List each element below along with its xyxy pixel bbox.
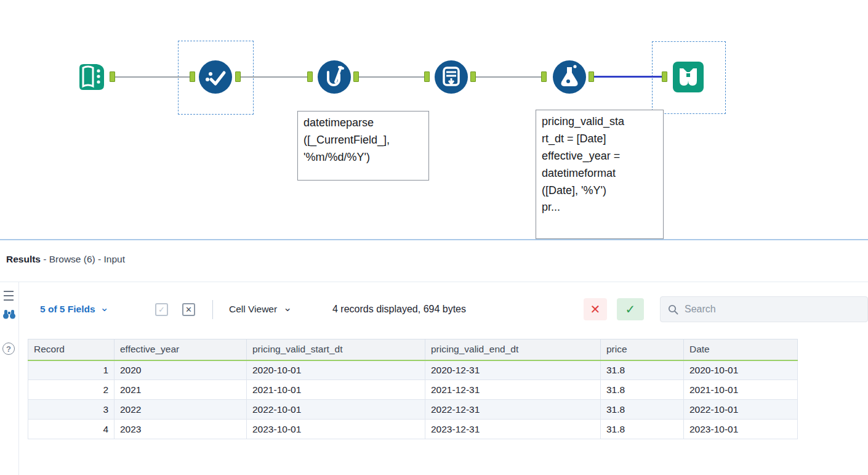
apply-button[interactable]: ✓ <box>617 298 644 320</box>
tool-browse[interactable] <box>670 59 706 95</box>
divider <box>18 282 19 475</box>
cell-date[interactable]: 2023-10-01 <box>684 420 798 439</box>
output-anchor[interactable] <box>110 71 115 82</box>
browse-tab-icon[interactable] <box>2 308 17 320</box>
table-row: 3 2022 2022-10-01 2022-12-31 31.8 2022-1… <box>28 400 798 420</box>
column-header-price[interactable]: price <box>601 339 684 360</box>
results-title-primary: Results <box>6 254 41 264</box>
tool-input-data[interactable] <box>73 59 109 95</box>
cell-record[interactable]: 1 <box>28 360 115 380</box>
cell-pricing-valid-start-dt[interactable]: 2022-10-01 <box>247 400 425 420</box>
cell-effective-year[interactable]: 2022 <box>115 400 247 420</box>
connection-wire[interactable] <box>241 76 307 78</box>
tool-multi-field-formula[interactable] <box>198 59 233 95</box>
output-anchor[interactable] <box>470 71 476 82</box>
results-panel: Results - Browse (6) - Input ? 5 of 5 Fi… <box>0 239 868 475</box>
output-anchor[interactable] <box>235 71 241 82</box>
cell-pricing-valid-start-dt[interactable]: 2023-10-01 <box>247 420 425 439</box>
workflow-canvas[interactable]: datetimeparse ([_CurrentField_], '%m/%d/… <box>0 0 868 239</box>
cell-pricing-valid-end-dt[interactable]: 2020-12-31 <box>425 360 601 380</box>
input-anchor[interactable] <box>662 71 667 82</box>
fields-dropdown-label: 5 of 5 Fields <box>40 304 95 315</box>
column-header-effective-year[interactable]: effective_year <box>115 339 247 360</box>
deselect-checkbox[interactable]: ✕ <box>182 303 195 316</box>
output-anchor[interactable] <box>353 71 359 82</box>
cell-viewer-dropdown[interactable]: Cell Viewer ⌄ <box>229 299 292 319</box>
table-row: 1 2020 2020-10-01 2020-12-31 31.8 2020-1… <box>28 360 798 380</box>
annotation-formula[interactable]: pricing_valid_sta rt_dt = [Date] effecti… <box>536 110 664 239</box>
tool-formula[interactable] <box>552 59 587 95</box>
cell-viewer-label: Cell Viewer <box>229 304 277 315</box>
datetime-icon <box>316 59 352 95</box>
table-row: 2 2021 2021-10-01 2021-12-31 31.8 2021-1… <box>28 380 798 400</box>
config-list-icon[interactable] <box>3 291 14 301</box>
column-header-record[interactable]: Record <box>28 339 115 360</box>
binoculars-icon <box>2 309 16 320</box>
cell-pricing-valid-start-dt[interactable]: 2021-10-01 <box>247 380 425 400</box>
cell-effective-year[interactable]: 2021 <box>115 380 247 400</box>
cell-price[interactable]: 31.8 <box>601 420 684 439</box>
chevron-down-icon: ⌄ <box>283 301 292 314</box>
input-data-icon <box>74 60 108 94</box>
fields-dropdown[interactable]: 5 of 5 Fields ⌄ <box>40 299 109 319</box>
column-header-pricing-valid-end-dt[interactable]: pricing_valid_end_dt <box>425 339 601 360</box>
toolbar-divider <box>212 300 213 319</box>
input-anchor[interactable] <box>541 71 547 82</box>
tool-summarize[interactable] <box>433 59 469 95</box>
help-icon[interactable]: ? <box>2 343 15 355</box>
connection-wire-selected[interactable] <box>594 76 662 78</box>
formula-icon <box>552 59 587 95</box>
cancel-button[interactable]: ✕ <box>584 298 607 320</box>
search-input[interactable] <box>685 304 845 315</box>
cell-price[interactable]: 31.8 <box>601 400 684 420</box>
cell-pricing-valid-start-dt[interactable]: 2020-10-01 <box>247 360 425 380</box>
search-icon <box>668 304 678 315</box>
column-header-date[interactable]: Date <box>684 339 798 360</box>
tool-datetime[interactable] <box>316 59 352 95</box>
input-anchor[interactable] <box>307 71 313 82</box>
output-anchor[interactable] <box>589 71 594 82</box>
chevron-down-icon: ⌄ <box>100 301 109 314</box>
cell-date[interactable]: 2022-10-01 <box>684 400 798 420</box>
divider <box>0 282 868 282</box>
connection-wire[interactable] <box>115 76 190 78</box>
cell-pricing-valid-end-dt[interactable]: 2022-12-31 <box>425 400 601 420</box>
cell-effective-year[interactable]: 2023 <box>115 420 247 439</box>
multi-field-formula-icon <box>198 59 233 95</box>
cell-effective-year[interactable]: 2020 <box>115 360 247 380</box>
select-all-checkbox[interactable]: ✓ <box>155 303 168 316</box>
cell-pricing-valid-end-dt[interactable]: 2023-12-31 <box>425 420 601 439</box>
input-anchor[interactable] <box>424 71 430 82</box>
search-box[interactable] <box>660 296 868 322</box>
browse-icon <box>671 60 705 94</box>
cell-date[interactable]: 2021-10-01 <box>684 380 798 400</box>
cell-price[interactable]: 31.8 <box>601 380 684 400</box>
summarize-icon <box>433 59 469 95</box>
results-table: Record effective_year pricing_valid_star… <box>28 339 798 439</box>
records-info: 4 records displayed, 694 bytes <box>332 299 466 319</box>
cell-date[interactable]: 2020-10-01 <box>684 360 798 380</box>
connection-wire[interactable] <box>359 76 424 78</box>
input-anchor[interactable] <box>190 71 195 82</box>
table-header-row: Record effective_year pricing_valid_star… <box>28 339 798 360</box>
cell-record[interactable]: 4 <box>28 420 115 439</box>
results-title: Results - Browse (6) - Input <box>6 254 125 265</box>
connection-wire[interactable] <box>476 76 541 78</box>
table-row: 4 2023 2023-10-01 2023-12-31 31.8 2023-1… <box>28 420 798 439</box>
annotation-datetimeparse[interactable]: datetimeparse ([_CurrentField_], '%m/%d/… <box>297 111 429 181</box>
cell-price[interactable]: 31.8 <box>601 360 684 380</box>
cell-record[interactable]: 2 <box>28 380 115 400</box>
cell-pricing-valid-end-dt[interactable]: 2021-12-31 <box>425 380 601 400</box>
cell-record[interactable]: 3 <box>28 400 115 420</box>
column-header-pricing-valid-start-dt[interactable]: pricing_valid_start_dt <box>247 339 425 360</box>
results-title-secondary: - Browse (6) - Input <box>41 254 125 264</box>
